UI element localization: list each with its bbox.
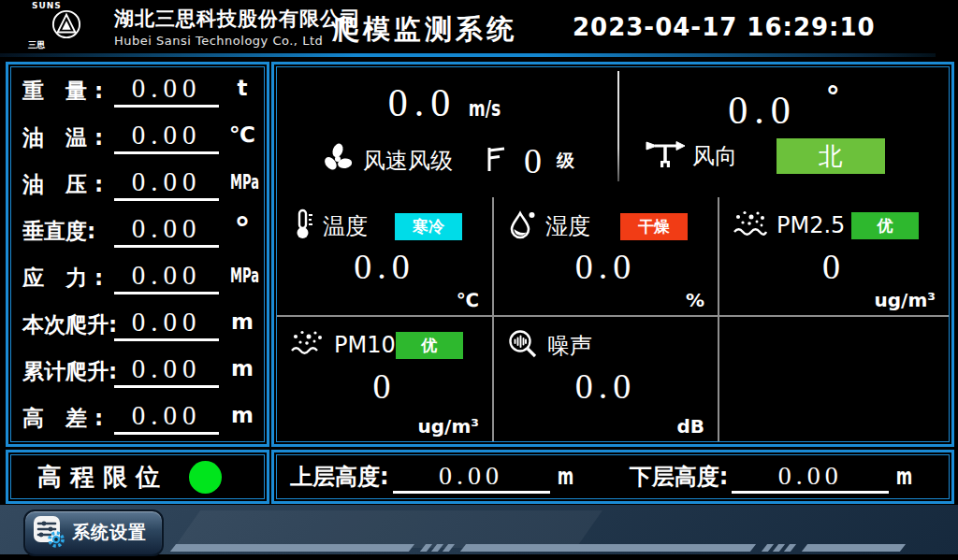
elevation-status-indicator [189, 461, 222, 494]
upper-height-unit: m [557, 464, 573, 490]
metric-label: 重 量 : [22, 77, 103, 106]
elevation-limit-label: 高程限位 [37, 461, 168, 494]
company-name: 湖北三思科技股份有限公司 Hubei Sansi Technology Co.,… [114, 6, 361, 48]
monitor-screen: SUNS 三思 湖北三思科技股份有限公司 Hubei Sansi Technol… [0, 0, 958, 560]
metric-row-stress: 应 力 : 0.00 MPa [11, 254, 264, 301]
wind-speed-unit: m/s [469, 96, 501, 121]
metric-unit: MPa [230, 171, 254, 194]
wind-speed-label: 风速风级 [363, 146, 453, 176]
metric-label: 累计爬升: [22, 357, 117, 386]
metric-label: 油 压 : [22, 170, 103, 199]
particles-icon [733, 208, 768, 242]
metric-value: 0.00 [114, 116, 219, 154]
wind-level-value: 0 [524, 140, 542, 181]
wind-vane-icon [644, 138, 687, 174]
footer-stripe [802, 544, 906, 552]
sensor-unit: ug/m³ [875, 289, 936, 311]
metric-value: 0.00 [114, 163, 219, 201]
metric-value: 0.00 [114, 69, 219, 108]
metric-label: 应 力 : [22, 264, 103, 293]
elevation-limit-panel: 高程限位 [10, 454, 265, 499]
company-name-en: Hubei Sansi Technology Co., Ltd [114, 34, 361, 48]
footer-stripe [460, 544, 756, 552]
sensor-cell-humidity: 湿度 干燥 0.0 % [494, 197, 719, 317]
sensor-label: 噪声 [547, 331, 592, 361]
sensor-cell-temperature: 温度 寒冷 0.0 ℃ [277, 197, 494, 317]
humidity-status-badge: 干燥 [620, 213, 688, 240]
thermometer-icon [290, 208, 314, 244]
system-settings-button[interactable]: 系统设置 [23, 510, 164, 556]
metric-label: 垂直度: [22, 217, 95, 246]
wind-direction-label: 风向 [692, 141, 737, 171]
metric-label: 油 温 : [22, 123, 103, 152]
metric-value: 0.00 [114, 209, 219, 248]
footer-stripe [170, 544, 414, 552]
noise-icon [507, 328, 539, 364]
logo-sansi-text: 三思 [21, 39, 110, 51]
upper-height-value: 0.00 [393, 459, 550, 494]
wind-level-flag-icon [485, 145, 507, 177]
metric-row-total-climb: 累计爬升: 0.00 m [11, 348, 264, 395]
metric-row-weight: 重 量 : 0.00 t [11, 67, 264, 114]
header: SUNS 三思 湖北三思科技股份有限公司 Hubei Sansi Technol… [0, 0, 958, 53]
metric-unit: m [223, 309, 262, 334]
droplet-icon [507, 208, 537, 244]
sensor-label: PM10 [334, 332, 396, 358]
sensor-grid: 温度 寒冷 0.0 ℃ 湿度 干燥 [277, 197, 949, 441]
wind-section: 0.0 m/s 风速风级 [277, 67, 949, 197]
metric-unit: ° [223, 209, 262, 247]
sensor-unit: ug/m³ [418, 415, 479, 438]
lower-height-label: 下层高度: [630, 462, 729, 492]
metric-value: 0.00 [114, 396, 219, 435]
wind-direction-value: 0.0 [728, 89, 797, 132]
wind-direction-block: 0.0 ° [619, 67, 949, 197]
sensor-label: 温度 [323, 211, 368, 241]
sensor-unit: dB [676, 415, 704, 438]
pm10-status-badge: 优 [396, 332, 463, 359]
metric-value: 0.00 [114, 256, 219, 294]
header-accent-line [0, 53, 936, 57]
metric-row-current-climb: 本次爬升: 0.00 m [11, 301, 264, 348]
sensor-label: PM2.5 [777, 212, 845, 238]
metric-value: 0.00 [114, 350, 219, 388]
metric-unit: ℃ [223, 122, 262, 147]
settings-sliders-gear-icon [31, 513, 66, 553]
sensor-value: 0.0 [494, 246, 718, 287]
sensor-label: 湿度 [545, 211, 590, 241]
company-logo: SUNS 三思 [21, 1, 110, 52]
fan-icon [320, 141, 356, 180]
pm25-status-badge: 优 [851, 212, 919, 239]
datetime-display: 2023-04-17 16:29:10 [573, 13, 876, 41]
metric-row-oil-temp: 油 温 : 0.00 ℃ [11, 114, 264, 161]
sensor-cell-pm10: PM10 优 0 ug/m³ [277, 317, 494, 441]
footer-stripe [784, 544, 796, 552]
metric-row-height-diff: 高 差 : 0.00 m [11, 395, 264, 441]
metric-row-oil-pressure: 油 压 : 0.00 MPa [11, 161, 264, 208]
environment-panel: 0.0 m/s 风速风级 [276, 66, 950, 442]
sensor-cell-pm25: PM2.5 优 0 ug/m³ [719, 197, 949, 317]
metric-row-verticality: 垂直度: 0.00 ° [11, 208, 264, 254]
metrics-panel: 重 量 : 0.00 t 油 温 : 0.00 ℃ 油 压 : 0.00 MPa… [10, 66, 265, 442]
upper-height-label: 上层高度: [290, 462, 389, 492]
metric-unit: m [223, 403, 262, 427]
wind-level-unit: 级 [557, 149, 574, 173]
sensor-unit: ℃ [457, 289, 479, 311]
page-title: 爬模监测系统 [332, 11, 517, 49]
sensor-unit: % [686, 289, 704, 311]
metric-value: 0.00 [114, 303, 219, 341]
sensor-value: 0 [277, 366, 492, 407]
wind-direction-unit: ° [826, 80, 840, 113]
metric-label: 高 差 : [22, 404, 103, 433]
particles-icon [290, 328, 326, 362]
wind-speed-block: 0.0 m/s 风速风级 [277, 67, 617, 197]
metric-unit: m [223, 356, 262, 381]
sensor-value: 0 [719, 246, 949, 287]
wind-speed-value: 0.0 [388, 81, 457, 124]
footer-decoration [174, 510, 602, 548]
wind-direction-badge: 北 [777, 138, 885, 174]
sensor-cell-noise: 噪声 0.0 dB [494, 317, 719, 441]
company-name-cn: 湖北三思科技股份有限公司 [114, 6, 361, 32]
sensor-cell-empty [719, 317, 949, 441]
lower-height-value: 0.00 [732, 459, 889, 494]
lower-height-unit: m [896, 464, 913, 490]
